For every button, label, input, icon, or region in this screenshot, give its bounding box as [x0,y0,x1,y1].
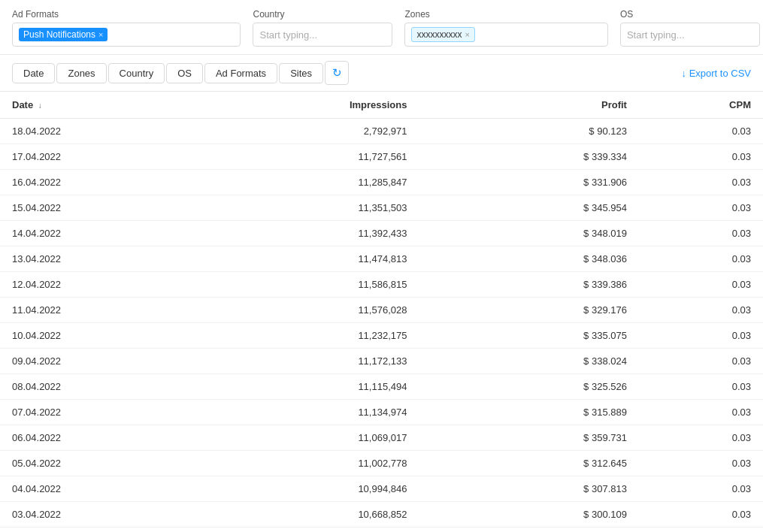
ad-formats-tag-text: Push Notifications [23,29,95,40]
export-csv-button[interactable]: ↓ Export to CSV [682,68,751,79]
table-row: 15.04.2022 11,351,503 $ 345.954 0.03 [0,195,763,221]
table-row: 16.04.2022 11,285,847 $ 331.906 0.03 [0,170,763,195]
cell-impressions: 11,069,017 [198,425,419,451]
cell-profit: $ 348.019 [419,221,638,246]
tab-country[interactable]: Country [108,63,165,83]
zones-tag: xxxxxxxxxx × [411,27,474,42]
ad-formats-search-input[interactable] [107,29,234,41]
cell-cpm: 0.03 [639,195,763,221]
cell-impressions: 10,994,846 [198,476,419,502]
cell-profit: $ 339.334 [419,144,638,170]
cell-impressions: 11,392,433 [198,221,419,246]
tab-ad-formats[interactable]: Ad Formats [204,63,277,83]
table-header-row: Date ↓ Impressions Profit CPM [0,92,763,119]
cell-cpm: 0.03 [639,527,763,533]
cell-impressions: 11,134,974 [198,400,419,425]
zones-search-input[interactable] [475,29,601,41]
cell-impressions: 11,586,815 [198,272,419,298]
cell-impressions: 10,748,930 [198,527,419,533]
cell-cpm: 0.03 [639,170,763,195]
zones-input-wrapper[interactable]: xxxxxxxxxx × [404,23,607,47]
country-search-input[interactable] [259,29,386,41]
cell-impressions: 11,576,028 [198,298,419,323]
country-filter: Country [253,9,392,47]
table-row: 07.04.2022 11,134,974 $ 315.889 0.03 [0,400,763,425]
cell-impressions: 11,172,133 [198,349,419,374]
cell-date: 10.04.2022 [0,323,198,349]
os-filter: OS [620,9,760,47]
table-row: 06.04.2022 11,069,017 $ 359.731 0.03 [0,425,763,451]
cell-impressions: 11,727,561 [198,144,419,170]
cell-cpm: 0.03 [639,476,763,502]
cell-impressions: 11,002,778 [198,451,419,476]
cell-date: 05.04.2022 [0,451,198,476]
table-row: 05.04.2022 11,002,778 $ 312.645 0.03 [0,451,763,476]
cell-profit: $ 335.075 [419,323,638,349]
table-row: 10.04.2022 11,232,175 $ 335.075 0.03 [0,323,763,349]
cell-date: 12.04.2022 [0,272,198,298]
cell-profit: $ 307.813 [419,476,638,502]
col-header-profit: Profit [419,92,638,119]
cell-impressions: 11,474,813 [198,246,419,272]
country-label: Country [253,9,392,20]
cell-profit: $ 315.889 [419,400,638,425]
cell-profit: $ 331.906 [419,170,638,195]
table-row: 03.04.2022 10,668,852 $ 300.109 0.03 [0,502,763,527]
col-header-impressions: Impressions [198,92,419,119]
table-body: 18.04.2022 2,792,971 $ 90.123 0.03 17.04… [0,119,763,533]
table-row: 13.04.2022 11,474,813 $ 348.036 0.03 [0,246,763,272]
cell-cpm: 0.03 [639,502,763,527]
cell-date: 09.04.2022 [0,349,198,374]
ad-formats-filter: Ad Formats Push Notifications × [12,9,241,47]
tab-date[interactable]: Date [12,63,55,83]
table-row: 04.04.2022 10,994,846 $ 307.813 0.03 [0,476,763,502]
cell-date: 13.04.2022 [0,246,198,272]
table-row: 18.04.2022 2,792,971 $ 90.123 0.03 [0,119,763,144]
os-search-input[interactable] [627,29,753,41]
cell-date: 03.04.2022 [0,502,198,527]
tab-bar: Date Zones Country OS Ad Formats Sites ↻… [0,55,763,92]
ad-formats-input-wrapper[interactable]: Push Notifications × [12,23,241,47]
tab-os[interactable]: OS [166,63,203,83]
os-input-wrapper[interactable] [620,23,760,47]
refresh-button[interactable]: ↻ [325,61,349,85]
ad-formats-label: Ad Formats [12,9,241,20]
sort-icon-date: ↓ [38,101,42,110]
cell-impressions: 11,115,494 [198,374,419,400]
cell-date: 04.04.2022 [0,476,198,502]
os-label: OS [620,9,760,20]
cell-cpm: 0.03 [639,119,763,144]
col-header-date[interactable]: Date ↓ [0,92,198,119]
cell-date: 07.04.2022 [0,400,198,425]
cell-date: 18.04.2022 [0,119,198,144]
zones-tag-close[interactable]: × [465,30,469,39]
cell-profit: $ 312.645 [419,451,638,476]
cell-cpm: 0.03 [639,425,763,451]
cell-cpm: 0.03 [639,400,763,425]
cell-date: 02.04.2022 [0,527,198,533]
table-row: 08.04.2022 11,115,494 $ 325.526 0.03 [0,374,763,400]
cell-impressions: 11,285,847 [198,170,419,195]
cell-date: 15.04.2022 [0,195,198,221]
ad-formats-tag: Push Notifications × [19,28,107,41]
cell-profit: $ 338.024 [419,349,638,374]
data-table-wrapper: Date ↓ Impressions Profit CPM 18.04.2022… [0,92,763,532]
country-input-wrapper[interactable] [253,23,392,47]
data-table: Date ↓ Impressions Profit CPM 18.04.2022… [0,92,763,532]
cell-date: 16.04.2022 [0,170,198,195]
cell-impressions: 11,232,175 [198,323,419,349]
cell-cpm: 0.03 [639,246,763,272]
col-header-cpm: CPM [639,92,763,119]
cell-profit: $ 348.036 [419,246,638,272]
cell-cpm: 0.03 [639,221,763,246]
table-row: 09.04.2022 11,172,133 $ 338.024 0.03 [0,349,763,374]
table-row: 11.04.2022 11,576,028 $ 329.176 0.03 [0,298,763,323]
cell-date: 14.04.2022 [0,221,198,246]
cell-impressions: 10,668,852 [198,502,419,527]
tab-zones[interactable]: Zones [56,63,106,83]
zones-tag-text: xxxxxxxxxx [416,29,462,40]
cell-profit: $ 306.829 [419,527,638,533]
ad-formats-tag-close[interactable]: × [98,30,103,39]
cell-date: 06.04.2022 [0,425,198,451]
tab-sites[interactable]: Sites [279,63,323,83]
